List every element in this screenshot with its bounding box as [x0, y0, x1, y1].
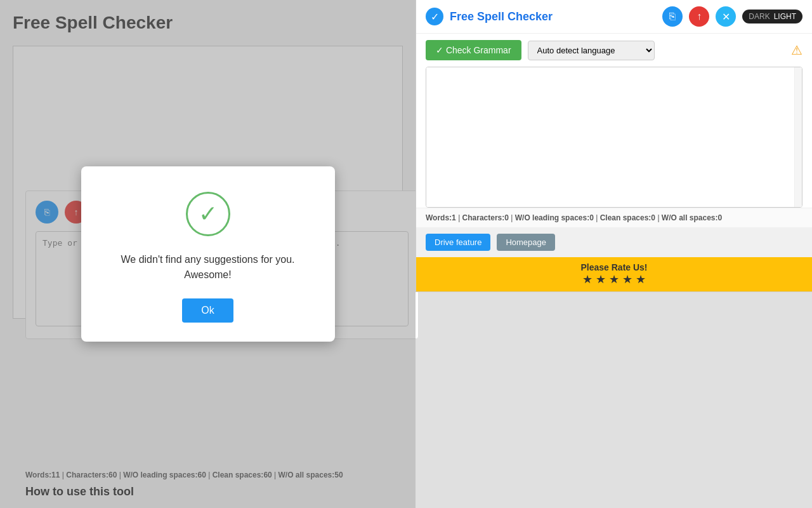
extension-panel: ✓ Free Spell Checker ⎘ ↑ ✕ DARK LIGHT ✓ … [416, 0, 812, 292]
modal-ok-button[interactable]: Ok [182, 298, 233, 323]
panel-stats: Words:1 | Characters:0 | W/O leading spa… [416, 208, 812, 227]
app-logo: ✓ [426, 8, 443, 25]
panel-title: Free Spell Checker [450, 10, 656, 23]
rate-us-title: Please Rate Us! [421, 262, 807, 272]
star-rating[interactable]: ★ ★ ★ ★ ★ [421, 272, 807, 286]
wo-all-label: W/O all spaces: [662, 213, 718, 222]
words-value: 1 [452, 213, 456, 222]
modal-message-line1: We didn't find any suggestions for you. [121, 254, 294, 265]
checkmark-icon: ✓ [199, 201, 218, 227]
warning-icon: ⚠ [791, 43, 802, 58]
dark-theme-label: DARK [749, 12, 769, 21]
language-select[interactable]: Auto detect language [528, 41, 655, 60]
close-icon: ✕ [722, 11, 730, 23]
check-grammar-button[interactable]: ✓ Check Grammar [426, 40, 521, 60]
modal-message-line2: Awesome! [184, 269, 231, 280]
success-modal: ✓ We didn't find any suggestions for you… [81, 166, 335, 342]
rate-us-bar[interactable]: Please Rate Us! ★ ★ ★ ★ ★ [416, 257, 812, 291]
clean-label: Clean spaces: [600, 213, 652, 222]
success-icon-circle: ✓ [186, 192, 230, 236]
upload-icon: ↑ [697, 11, 702, 22]
chars-label: Characters: [462, 213, 505, 222]
light-theme-label: LIGHT [774, 12, 796, 21]
chars-value: 0 [504, 213, 509, 222]
check-grammar-label: ✓ Check Grammar [436, 45, 511, 55]
wo-all-value: 0 [718, 213, 723, 222]
modal-message: We didn't find any suggestions for you. … [100, 252, 316, 283]
clean-value: 0 [651, 213, 655, 222]
logo-icon: ✓ [431, 11, 439, 23]
drive-feature-button[interactable]: Drive feature [426, 234, 490, 251]
copy-icon: ⎘ [669, 11, 676, 22]
panel-toolbar: ✓ Check Grammar Auto detect language ⚠ [416, 34, 812, 67]
text-editor-container [426, 67, 802, 208]
scrollbar[interactable] [794, 67, 802, 207]
wo-leading-value: 0 [589, 213, 594, 222]
copy-button[interactable]: ⎘ [662, 6, 683, 27]
close-button[interactable]: ✕ [716, 6, 736, 27]
modal-overlay: ✓ We didn't find any suggestions for you… [0, 0, 416, 508]
text-editor[interactable] [426, 67, 802, 207]
words-label: Words: [426, 213, 452, 222]
panel-footer: Drive feature Homepage [416, 227, 812, 257]
panel-header: ✓ Free Spell Checker ⎘ ↑ ✕ DARK LIGHT [416, 0, 812, 34]
wo-leading-label: W/O leading spaces: [515, 213, 589, 222]
upload-button[interactable]: ↑ [689, 6, 709, 27]
homepage-button[interactable]: Homepage [497, 234, 555, 251]
theme-toggle[interactable]: DARK LIGHT [742, 10, 802, 23]
